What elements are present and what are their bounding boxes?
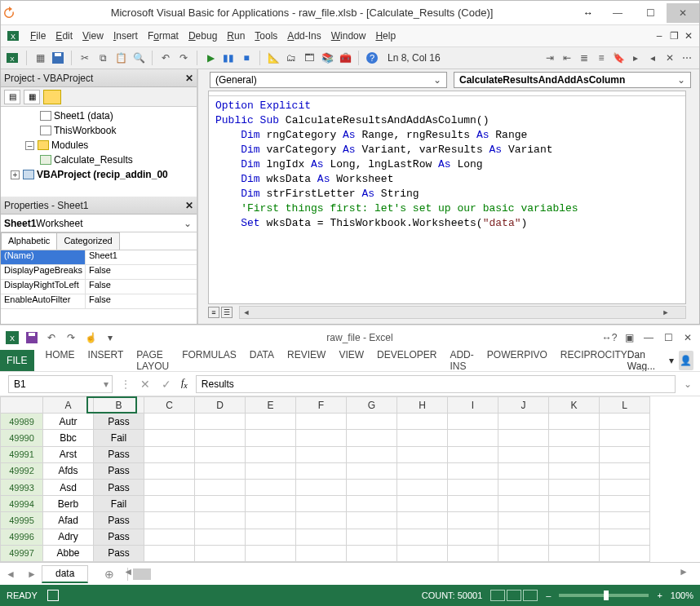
cell[interactable] [246,462,296,479]
cell[interactable] [549,414,600,430]
cell[interactable] [448,430,498,446]
column-header-K[interactable]: K [549,397,600,414]
tab-page-layou[interactable]: PAGE LAYOU [136,349,169,372]
maximize-button[interactable]: ☐ [634,3,667,23]
cell[interactable]: Pass [94,462,144,479]
copy-icon[interactable]: ⧉ [95,51,110,65]
cell[interactable]: Berb [43,496,94,512]
cell[interactable] [296,479,347,495]
menu-help[interactable]: Help [375,30,396,42]
excel-icon[interactable]: X [6,29,20,43]
property-row[interactable]: EnableAutoFilterFalse [1,294,197,309]
row-header[interactable]: 49995 [1,512,43,529]
cell[interactable] [195,512,246,529]
break-icon[interactable]: ▮▮ [221,51,236,65]
reset-icon[interactable]: ■ [239,51,254,65]
menu-edit[interactable]: Edit [55,30,73,42]
cell[interactable]: Bbc [43,430,94,446]
column-header-D[interactable]: D [195,397,246,414]
column-header-H[interactable]: H [397,397,448,414]
tab-data[interactable]: DATA [250,349,274,372]
property-row[interactable]: (Name)Sheet1 [1,250,197,265]
cell[interactable] [549,545,600,561]
row-header[interactable]: 49990 [1,430,43,446]
indent-icon[interactable]: ⇥ [543,51,557,65]
object-browser-icon[interactable]: 📚 [320,51,334,65]
tab-reciprocity[interactable]: RECIPROCITY [560,349,627,372]
column-header-I[interactable]: I [448,397,498,414]
enter-icon[interactable]: ✓ [160,378,173,391]
cell[interactable]: Pass [94,414,144,430]
add-sheet-button[interactable]: ⊕ [100,568,119,581]
cell[interactable] [498,479,549,495]
cell[interactable] [347,512,397,529]
cell[interactable] [144,545,195,561]
cell[interactable] [397,414,448,430]
child-close-button[interactable]: ✕ [683,30,694,42]
cell[interactable] [397,529,448,545]
spreadsheet-grid[interactable]: ABCDEFGHIJKL49989AutrPass49990BbcFail499… [0,396,700,562]
column-header-L[interactable]: L [600,397,650,414]
sheet-nav-prev[interactable]: ◄ [0,568,21,580]
cell[interactable]: Pass [94,479,144,495]
next-bookmark-icon[interactable]: ▸ [628,51,643,65]
row-header[interactable]: 49992 [1,462,43,479]
row-header[interactable]: 49991 [1,446,43,462]
cell[interactable] [347,479,397,495]
comment-block-icon[interactable]: ≣ [577,51,591,65]
column-header-A[interactable]: A [43,397,94,414]
tree-node-calculate-results[interactable]: Calculate_Results [2,153,195,167]
cell[interactable] [600,430,650,446]
column-header-C[interactable]: C [144,397,195,414]
ribbon-display-icon[interactable]: ▣ [622,330,636,345]
qat-customize-icon[interactable]: ▾ [103,330,117,345]
cell[interactable] [246,512,296,529]
select-all-corner[interactable] [1,397,43,414]
tab-review[interactable]: REVIEW [287,349,326,372]
more-icon[interactable]: ⋯ [680,51,694,65]
cell[interactable] [549,496,600,512]
property-row[interactable]: DisplayRightToLeftFalse [1,280,197,294]
project-tree[interactable]: Sheet1 (data) ThisWorkbook –Modules Calc… [1,107,197,197]
cell[interactable] [600,496,650,512]
cell[interactable] [448,529,498,545]
properties-close-button[interactable]: ✕ [182,200,197,211]
cell[interactable]: Afds [43,462,94,479]
cell[interactable] [549,430,600,446]
minimize-button[interactable]: — [601,3,634,23]
code-horizontal-scrollbar[interactable]: ◄► [239,306,686,319]
sheet-nav-next[interactable]: ► [21,568,42,580]
cell[interactable] [144,479,195,495]
menu-file[interactable]: File [30,30,46,42]
row-header[interactable]: 49997 [1,545,43,561]
cell[interactable] [296,512,347,529]
toggle-folders-icon[interactable] [43,90,61,104]
cell[interactable] [448,462,498,479]
tab-insert[interactable]: INSERT [88,349,124,372]
tree-node-sheet1[interactable]: Sheet1 (data) [2,108,195,123]
cell[interactable] [195,529,246,545]
cell[interactable] [195,446,246,462]
touch-mode-icon[interactable]: ☝ [83,330,98,345]
row-header[interactable]: 49994 [1,496,43,512]
cell[interactable] [600,479,650,495]
cell[interactable] [246,414,296,430]
macro-record-icon[interactable] [47,590,59,601]
project-explorer-icon[interactable]: 🗂 [284,51,299,65]
cell[interactable] [296,529,347,545]
tab-add-ins[interactable]: ADD-INS [450,349,473,372]
cell[interactable] [498,512,549,529]
properties-grid[interactable]: (Name)Sheet1DisplayPageBreaksFalseDispla… [1,250,197,324]
cell[interactable] [397,446,448,462]
properties-window-icon[interactable]: 🗔 [302,51,317,65]
run-icon[interactable]: ▶ [203,51,218,65]
cell[interactable] [498,414,549,430]
save-icon[interactable] [24,330,39,345]
paste-icon[interactable]: 📋 [113,51,128,65]
cell[interactable] [195,479,246,495]
properties-object-combo[interactable]: Sheet1 Worksheet ⌄ [1,215,197,232]
cell[interactable] [549,446,600,462]
column-header-B[interactable]: B [94,397,144,414]
name-box[interactable]: B1▾ [8,375,113,393]
cell[interactable] [144,462,195,479]
